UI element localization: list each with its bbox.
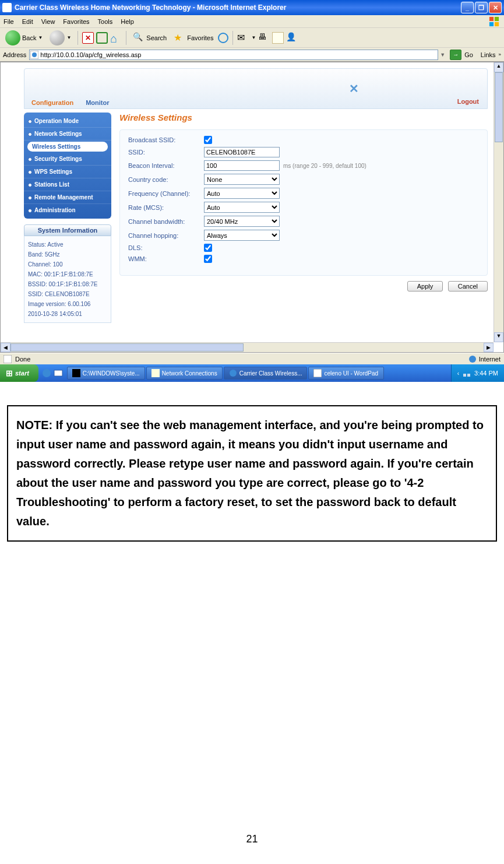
nav-wireless-settings[interactable]: Wireless Settings: [27, 142, 108, 152]
checkbox-dls[interactable]: [204, 244, 212, 252]
select-rate[interactable]: Auto: [204, 202, 280, 213]
select-frequency[interactable]: Auto: [204, 188, 280, 199]
taskbar-item-ie[interactable]: Carrier Class Wireless...: [224, 367, 308, 380]
quicklaunch-ie-icon[interactable]: [42, 368, 51, 378]
scroll-down-icon[interactable]: ▼: [494, 332, 503, 342]
nav-remote-management[interactable]: Remote Management: [24, 191, 111, 204]
maximize-button[interactable]: ❐: [475, 2, 488, 13]
svg-point-8: [43, 369, 51, 377]
links-chevron-icon[interactable]: »: [499, 52, 501, 57]
svg-point-5: [32, 52, 37, 57]
label-rate: Rate (MCS):: [128, 204, 204, 211]
tab-monitor[interactable]: Monitor: [86, 99, 109, 106]
nav-operation-mode[interactable]: Operation Mode: [24, 115, 111, 128]
apply-button[interactable]: Apply: [407, 281, 443, 291]
menu-edit[interactable]: Edit: [22, 18, 33, 25]
address-bar: Address ▼ → Go Links »: [0, 48, 504, 62]
note-box: NOTE: If you can't see the web managemen…: [7, 405, 497, 542]
status-zone: Internet: [479, 356, 501, 363]
nav-wps-settings[interactable]: WPS Settings: [24, 166, 111, 178]
tray-clock: 3:44 PM: [474, 370, 498, 377]
label-beacon-interval: Beacon Interval:: [128, 162, 204, 169]
label-broadcast-ssid: Broadcast SSID:: [128, 136, 204, 143]
stop-icon[interactable]: ✕: [82, 32, 94, 44]
taskbar-item-network[interactable]: Network Connections: [146, 367, 223, 380]
history-icon[interactable]: [218, 33, 228, 43]
tray-network-icon[interactable]: [463, 369, 471, 377]
forward-button[interactable]: ▼: [47, 29, 73, 47]
router-header: ✕ Configuration Monitor Logout: [24, 68, 488, 109]
minimize-button[interactable]: _: [461, 2, 474, 13]
links-label[interactable]: Links: [481, 51, 496, 58]
favorites-button[interactable]: Favorites: [171, 31, 216, 45]
address-label: Address: [3, 51, 26, 58]
sysinfo-date: 2010-10-28 14:05:01: [28, 309, 107, 319]
select-country-code[interactable]: None: [204, 174, 280, 185]
quicklaunch-desktop-icon[interactable]: [54, 368, 63, 378]
vertical-scrollbar[interactable]: ▲ ▼: [494, 62, 503, 342]
taskbar-item-wordpad[interactable]: celeno UI - WordPad: [308, 367, 384, 380]
menu-tools[interactable]: Tools: [98, 18, 113, 25]
sysinfo-image: Image version: 6.00.106: [28, 299, 107, 309]
logout-link[interactable]: Logout: [457, 98, 479, 105]
select-channel-hopping[interactable]: Always: [204, 230, 280, 241]
nav-stations-list[interactable]: Stations List: [24, 178, 111, 191]
edit-icon[interactable]: [272, 32, 284, 44]
address-dropdown-icon[interactable]: ▼: [438, 52, 447, 58]
mail-icon[interactable]: ✉: [237, 32, 249, 44]
refresh-icon[interactable]: [96, 32, 108, 44]
scroll-left-icon[interactable]: ◀: [1, 343, 10, 352]
settings-form: Broadcast SSID: SSID: Beacon Interval:ms…: [119, 129, 488, 276]
menu-file[interactable]: File: [3, 18, 14, 25]
select-bandwidth[interactable]: 20/40 MHz: [204, 216, 280, 227]
menu-help[interactable]: Help: [121, 18, 134, 25]
header-x-icon: ✕: [349, 82, 359, 96]
close-button[interactable]: ✕: [489, 2, 502, 13]
sysinfo-band: Band: 5GHz: [28, 250, 107, 259]
nav-network-settings[interactable]: Network Settings: [24, 128, 111, 141]
messenger-icon[interactable]: 👤: [286, 32, 298, 44]
svg-rect-13: [313, 369, 322, 377]
menu-favorites[interactable]: Favorites: [63, 18, 89, 25]
address-input[interactable]: [29, 50, 438, 60]
hint-beacon: ms (range 20 - 999, default 100): [283, 163, 366, 169]
sysinfo-mac: MAC: 00:1F:1F:B1:08:7E: [28, 269, 107, 279]
svg-rect-6: [3, 355, 12, 363]
menu-view[interactable]: View: [41, 18, 55, 25]
vscroll-thumb[interactable]: [495, 72, 503, 142]
scroll-up-icon[interactable]: ▲: [494, 62, 503, 72]
cancel-button[interactable]: Cancel: [448, 281, 488, 291]
search-button[interactable]: Search: [131, 31, 169, 45]
menubar: File Edit View Favorites Tools Help: [0, 15, 504, 28]
tray-chevron-icon[interactable]: ‹: [457, 370, 459, 377]
nav-security-settings[interactable]: Security Settings: [24, 153, 111, 166]
input-beacon-interval[interactable]: [204, 160, 280, 171]
svg-rect-14: [463, 374, 466, 377]
page-title: Wireless Settings: [119, 113, 488, 122]
svg-rect-10: [72, 369, 80, 377]
go-button[interactable]: →: [450, 50, 461, 60]
hscroll-thumb[interactable]: [10, 343, 244, 352]
print-icon[interactable]: 🖶: [258, 32, 270, 44]
start-button[interactable]: start: [0, 364, 38, 382]
sysinfo-channel: Channel: 100: [28, 259, 107, 269]
checkbox-broadcast-ssid[interactable]: [204, 136, 212, 144]
status-bar: Done Internet: [0, 353, 504, 364]
input-ssid[interactable]: [204, 147, 280, 157]
sidebar-nav: Operation Mode Network Settings Wireless…: [24, 113, 111, 219]
taskbar-item-cmd[interactable]: C:\WINDOWS\syste...: [67, 367, 145, 380]
home-icon[interactable]: [110, 32, 122, 44]
internet-zone-icon: [468, 355, 477, 363]
horizontal-scrollbar[interactable]: ◀ ▶: [1, 342, 494, 352]
label-bandwidth: Channel bandwidth:: [128, 218, 204, 225]
done-icon: [3, 355, 12, 363]
checkbox-wmm[interactable]: [204, 255, 212, 263]
nav-administration[interactable]: Administration: [24, 204, 111, 216]
back-button[interactable]: Back▼: [3, 29, 45, 47]
svg-point-12: [230, 370, 237, 377]
sysinfo-panel: Status: Active Band: 5GHz Channel: 100 M…: [24, 236, 111, 323]
label-country-code: Country code:: [128, 176, 204, 183]
scroll-right-icon[interactable]: ▶: [484, 343, 494, 352]
tab-configuration[interactable]: Configuration: [31, 99, 73, 106]
windows-logo-icon: [488, 16, 501, 27]
